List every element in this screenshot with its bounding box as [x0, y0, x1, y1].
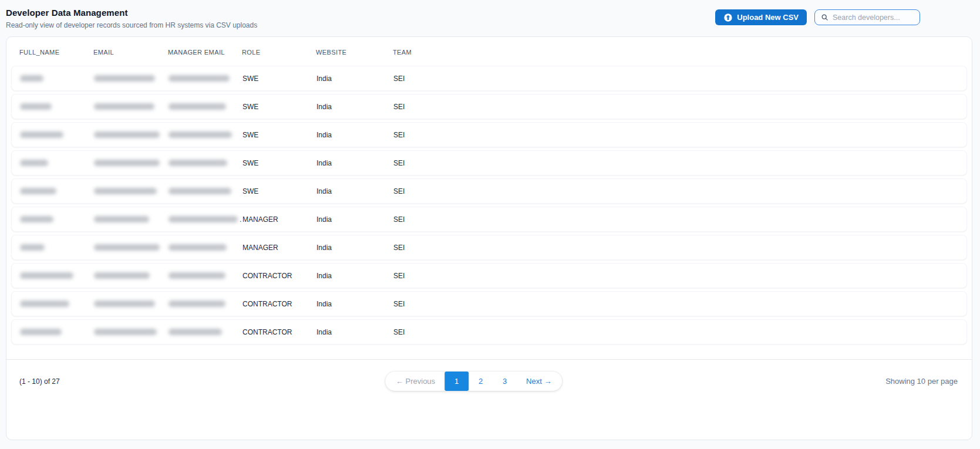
- column-header: WEBSITE: [316, 49, 393, 56]
- table-row: SWE India SEI: [11, 66, 967, 91]
- cell-website: India: [316, 215, 393, 224]
- cell-full-name: [20, 75, 94, 82]
- table-footer: (1 - 10) of 27 ← Previous 123 Next → Sho…: [6, 360, 972, 401]
- next-page-button[interactable]: Next →: [517, 372, 562, 391]
- upload-new-csv-button[interactable]: Upload New CSV: [715, 9, 807, 25]
- redacted-full-name: [20, 301, 69, 307]
- table-row: CONTRACTOR India SEI: [11, 263, 967, 288]
- page-button-3[interactable]: 3: [493, 372, 517, 391]
- column-header: FULL_NAME: [19, 49, 93, 56]
- table-row: SWE India SEI: [11, 94, 967, 119]
- cell-email: [94, 301, 169, 307]
- cell-full-name: [20, 160, 94, 166]
- cell-website: India: [316, 300, 393, 308]
- redacted-email: [94, 272, 150, 279]
- redacted-full-name: [20, 131, 63, 138]
- redacted-manager-email: [169, 329, 222, 335]
- redacted-manager-email: [169, 75, 230, 82]
- cell-manager-email: [169, 329, 243, 335]
- page-subtitle: Read-only view of developer records sour…: [6, 21, 257, 29]
- redacted-email: [94, 131, 160, 138]
- cell-manager-email: [169, 75, 243, 82]
- column-header: TEAM: [393, 49, 972, 56]
- table-row: SWE India SEI: [11, 122, 967, 147]
- cell-full-name: [20, 301, 94, 307]
- redacted-manager-email: [169, 103, 226, 110]
- redacted-email: [94, 216, 149, 222]
- cell-website: India: [316, 159, 393, 167]
- redacted-full-name: [20, 216, 53, 222]
- upload-button-label: Upload New CSV: [737, 13, 799, 22]
- table-row: MANAGER India SEI: [11, 235, 967, 260]
- cell-email: [94, 329, 169, 335]
- table-row: SWE India SEI: [11, 150, 967, 175]
- cell-role: SWE: [243, 131, 316, 139]
- cell-role: CONTRACTOR: [243, 328, 316, 336]
- cell-team: SEI: [393, 244, 966, 252]
- cell-full-name: [20, 188, 94, 194]
- cell-full-name: [20, 329, 94, 335]
- redacted-manager-email: [169, 131, 232, 138]
- cell-role: SWE: [243, 159, 316, 167]
- cell-full-name: [20, 103, 94, 110]
- range-text: (1 - 10) of 27: [19, 377, 60, 386]
- cell-team: SEI: [393, 328, 966, 336]
- redacted-email: [94, 160, 160, 166]
- cell-manager-email: [169, 131, 243, 138]
- cell-manager-email: [169, 160, 243, 166]
- table-row: . MANAGER India SEI: [11, 207, 967, 232]
- redacted-email: [94, 244, 160, 251]
- search-input[interactable]: [833, 13, 914, 22]
- cell-website: India: [316, 328, 393, 336]
- cell-manager-email: [169, 103, 243, 110]
- cell-email: [94, 216, 169, 222]
- redacted-full-name: [20, 188, 56, 194]
- cell-website: India: [316, 272, 393, 280]
- cell-role: SWE: [243, 187, 316, 195]
- redacted-full-name: [20, 272, 73, 279]
- cell-team: SEI: [393, 75, 966, 83]
- redacted-email: [94, 329, 157, 335]
- redacted-manager-email: [169, 301, 225, 307]
- table-row: CONTRACTOR India SEI: [11, 319, 967, 345]
- cell-role: CONTRACTOR: [243, 300, 316, 308]
- cell-website: India: [316, 187, 393, 195]
- redacted-full-name: [20, 244, 45, 251]
- cell-manager-email: [169, 188, 243, 194]
- redacted-full-name: [20, 329, 62, 335]
- header-controls: Upload New CSV: [715, 9, 920, 25]
- cell-team: SEI: [393, 103, 966, 111]
- cell-website: India: [316, 75, 393, 83]
- redacted-full-name: [20, 75, 43, 82]
- previous-page-button[interactable]: ← Previous: [385, 372, 444, 391]
- redacted-manager-email: [169, 272, 225, 279]
- redacted-email: [94, 103, 154, 110]
- cell-full-name: [20, 244, 94, 251]
- search-icon: [821, 13, 829, 21]
- redacted-manager-email: [169, 216, 238, 222]
- cell-team: SEI: [393, 215, 966, 224]
- upload-icon: [723, 13, 733, 22]
- pagination: ← Previous 123 Next →: [385, 372, 563, 391]
- column-header: MANAGER EMAIL: [168, 49, 242, 56]
- cell-full-name: [20, 216, 94, 222]
- table-body: SWE India SEI SWE India SEI SWE India SE…: [6, 64, 972, 345]
- cell-email: [94, 75, 169, 82]
- search-box: [814, 9, 920, 25]
- cell-full-name: [20, 131, 94, 138]
- cell-team: SEI: [393, 131, 966, 139]
- table-row: CONTRACTOR India SEI: [11, 291, 967, 316]
- column-header: EMAIL: [93, 49, 168, 56]
- page-button-1[interactable]: 1: [444, 372, 469, 391]
- table-header: FULL_NAMEEMAILMANAGER EMAILROLEWEBSITETE…: [6, 37, 972, 64]
- cell-email: [94, 160, 169, 166]
- manager-suffix: .: [240, 215, 241, 224]
- cell-manager-email: [169, 301, 243, 307]
- cell-role: CONTRACTOR: [243, 272, 316, 280]
- redacted-email: [94, 188, 157, 194]
- page-button-2[interactable]: 2: [469, 372, 493, 391]
- cell-email: [94, 188, 169, 194]
- cell-team: SEI: [393, 187, 966, 195]
- cell-full-name: [20, 272, 94, 279]
- cell-manager-email: [169, 244, 243, 251]
